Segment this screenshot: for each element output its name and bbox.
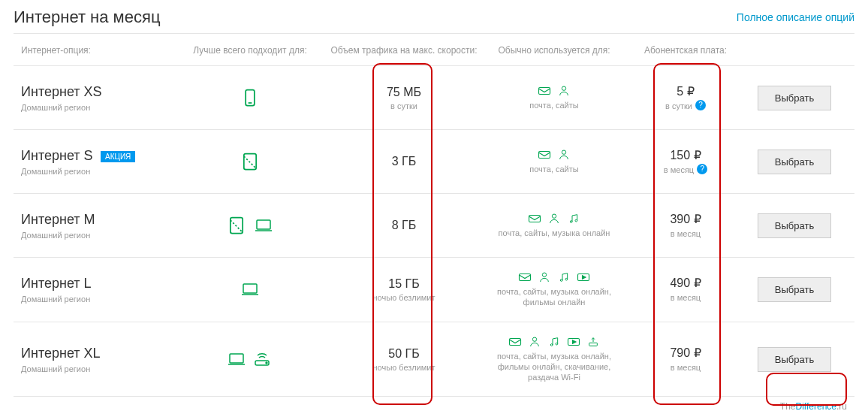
usage-text: почта, сайты, музыка онлайн, фильмы онла…	[487, 351, 622, 383]
table-row: Интернет S АКЦИЯ Домашний регион 3 ГБ по…	[14, 130, 854, 194]
price-value: 150 ₽	[629, 148, 742, 162]
mail-icon	[508, 336, 522, 348]
video-icon	[577, 271, 590, 283]
page-title: Интернет на месяц	[14, 8, 160, 27]
col-fee-header: Абонентская плата:	[644, 45, 727, 56]
plan-region: Домашний регион	[21, 364, 171, 373]
plan-region: Домашний регион	[21, 231, 171, 240]
svg-point-18	[560, 280, 562, 282]
col-option-header: Интернет-опция:	[21, 45, 91, 56]
svg-rect-24	[510, 338, 521, 345]
full-description-link[interactable]: Полное описание опций	[737, 11, 854, 23]
svg-point-23	[266, 362, 267, 364]
svg-rect-10	[257, 220, 270, 229]
usage-text: почта, сайты	[487, 164, 622, 174]
svg-rect-21	[230, 354, 243, 363]
plan-name: Интернет XS	[21, 84, 102, 100]
svg-rect-16	[520, 274, 531, 281]
svg-rect-6	[539, 151, 550, 158]
traffic-value: 3 ГБ	[329, 155, 479, 168]
person-icon	[528, 336, 541, 348]
svg-rect-15	[243, 284, 257, 293]
info-icon[interactable]: ?	[695, 100, 706, 110]
traffic-value: 50 ГБ	[329, 347, 479, 361]
music-icon	[567, 213, 580, 225]
plan-region: Домашний регион	[21, 167, 171, 176]
mail-icon	[538, 85, 551, 97]
select-button[interactable]: Выбрать	[758, 86, 831, 110]
price-value: 790 ₽	[629, 346, 742, 360]
price-period: в месяц	[671, 229, 701, 238]
svg-point-17	[542, 273, 546, 277]
svg-point-26	[550, 343, 553, 346]
traffic-period: в сутки	[329, 101, 479, 110]
col-usage-header: Обычно используется для:	[498, 45, 610, 56]
svg-rect-2	[539, 87, 550, 94]
footer-attribution: TheDifference.ru	[14, 401, 854, 411]
tablet-icon	[240, 151, 261, 172]
person-icon	[557, 85, 571, 97]
svg-point-14	[575, 219, 577, 222]
table-row: Интернет L Домашний регион 15 ГБ ночью б…	[14, 258, 854, 322]
usage-text: почта, сайты	[487, 100, 622, 110]
traffic-value: 8 ГБ	[329, 219, 479, 232]
svg-rect-29	[589, 343, 598, 346]
col-traffic-header: Объем трафика на макс. скорости:	[330, 45, 477, 56]
svg-rect-11	[529, 215, 541, 222]
traffic-period: ночью безлимит	[329, 363, 479, 372]
person-icon	[557, 149, 571, 161]
router-icon	[253, 349, 274, 370]
select-button[interactable]: Выбрать	[758, 213, 831, 238]
price-value: 390 ₽	[629, 212, 742, 226]
traffic-period: ночью безлимит	[329, 293, 479, 302]
table-row: Интернет XL Домашний регион 50 ГБ ночью …	[14, 322, 854, 397]
price-period: в месяц	[671, 293, 701, 302]
price-value: 5 ₽	[629, 84, 742, 98]
laptop-icon	[240, 279, 261, 300]
usage-text: почта, сайты, музыка онлайн	[487, 228, 622, 238]
laptop-icon	[253, 215, 274, 236]
video-icon	[567, 336, 580, 348]
music-icon	[557, 271, 571, 283]
svg-point-25	[532, 337, 536, 341]
select-button[interactable]: Выбрать	[758, 150, 831, 174]
plan-name: Интернет M	[21, 212, 95, 228]
person-icon	[547, 213, 561, 225]
price-period: в месяц	[664, 165, 694, 174]
price-period: в месяц	[671, 363, 701, 372]
plan-region: Домашний регион	[21, 295, 171, 304]
col-best-for-header: Лучше всего подходит для:	[193, 45, 307, 56]
phone-icon	[240, 87, 261, 108]
upload-icon	[586, 336, 600, 348]
svg-point-3	[562, 86, 565, 90]
music-icon	[547, 336, 561, 348]
svg-point-19	[565, 278, 568, 280]
price-period: в сутки	[665, 101, 692, 110]
plan-name: Интернет L	[21, 276, 92, 292]
select-button[interactable]: Выбрать	[758, 277, 831, 302]
svg-point-12	[552, 214, 556, 218]
mail-icon	[538, 149, 551, 161]
person-icon	[538, 271, 551, 283]
table-row: Интернет M Домашний регион 8 ГБ почта, с…	[14, 194, 854, 258]
price-value: 490 ₽	[629, 276, 742, 290]
usage-text: почта, сайты, музыка онлайн, фильмы онла…	[487, 286, 622, 308]
plan-region: Домашний регион	[21, 103, 171, 112]
select-button[interactable]: Выбрать	[758, 347, 831, 372]
svg-point-7	[562, 150, 565, 154]
plan-name: Интернет S	[21, 148, 93, 164]
plan-name: Интернет XL	[21, 346, 101, 361]
traffic-value: 15 ГБ	[329, 277, 479, 291]
table-row: Интернет XS Домашний регион 75 МБ в сутк…	[14, 66, 854, 130]
plans-table: Интернет-опция: Лучше всего подходит для…	[14, 33, 854, 397]
svg-point-27	[556, 343, 558, 345]
mail-icon	[518, 271, 532, 283]
svg-line-5	[244, 156, 256, 168]
info-icon[interactable]: ?	[697, 164, 707, 174]
tablet-icon	[226, 215, 247, 236]
svg-line-9	[231, 220, 243, 232]
traffic-value: 75 МБ	[329, 86, 479, 99]
svg-point-13	[570, 221, 572, 223]
promo-badge: АКЦИЯ	[101, 151, 135, 162]
laptop-icon	[226, 349, 247, 370]
